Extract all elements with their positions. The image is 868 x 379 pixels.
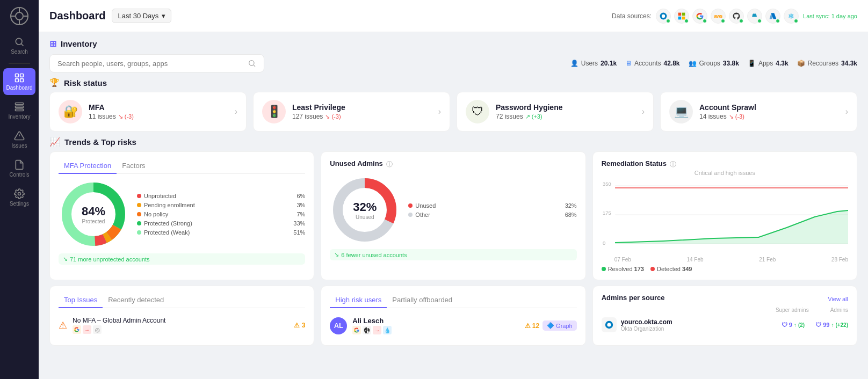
trophy-icon: 🏆	[49, 78, 60, 88]
header-left: Dashboard Last 30 Days ▾	[49, 9, 171, 23]
legend-other: Other 68%	[408, 212, 576, 218]
admin-info: yourco.okta.com Okta Organization	[621, 318, 777, 332]
azure-status-dot	[776, 19, 780, 23]
tab-high-risk[interactable]: High risk users	[330, 294, 387, 308]
mfa-footer: ↘ 71 more unprotected accounts	[59, 253, 305, 265]
users-stat: 👤 Users 20.1k	[570, 60, 617, 67]
logo-icon	[10, 6, 29, 26]
super-admin-count: 🛡 9 ↑ (2)	[782, 322, 805, 328]
inventory-section-header: ⊞ Inventory	[49, 39, 857, 49]
detected-dot	[650, 267, 655, 271]
issue-google-icon	[73, 325, 81, 334]
mfa-footer-text: 71 more unprotected accounts	[70, 256, 150, 263]
inventory-icon: ⊞	[49, 39, 56, 49]
snowflake-icon: ❄	[784, 9, 799, 24]
svg-rect-10	[16, 79, 19, 82]
issue-warn-small-icon: ⚠	[294, 322, 300, 329]
recourses-value: 34.3k	[841, 60, 857, 67]
issue-circle-icon: ◎	[93, 325, 102, 334]
admins-col-label: Admins	[830, 307, 848, 313]
svg-point-26	[249, 61, 254, 65]
admin-org-name: yourco.okta.com	[621, 318, 777, 326]
unused-pct: 32%	[353, 200, 377, 214]
risk-section-header: 🏆 Risk status	[49, 78, 857, 88]
github-status-dot	[739, 19, 743, 23]
sidebar-item-search[interactable]: Search	[3, 32, 35, 59]
mfa-risk-card[interactable]: 🔐 MFA 11 issues ↘ (-3) ›	[49, 92, 247, 132]
as-risk-card[interactable]: 💻 Account Sprawl 14 issues ↘ (-3) ›	[660, 92, 857, 132]
super-trend-up-icon: ↑	[794, 322, 797, 328]
header: Dashboard Last 30 Days ▾ Data sources:	[39, 0, 868, 32]
sidebar-item-controls[interactable]: Controls	[3, 155, 35, 182]
svg-rect-22	[678, 16, 682, 19]
tab-partially-offboarded[interactable]: Partially offboarded	[387, 294, 458, 308]
legend-no-policy: No policy 7%	[137, 211, 305, 217]
snowflake-status-dot	[794, 19, 798, 23]
as-sub: 14 issues ↘ (-3)	[699, 113, 839, 120]
issues-tabs: Top Issues Recently detected	[59, 294, 305, 308]
view-all-link[interactable]: View all	[828, 296, 848, 302]
graph-button[interactable]: 🔷 Graph	[542, 320, 577, 331]
sidebar-item-dashboard[interactable]: Dashboard	[3, 68, 35, 95]
inventory-row: 👤 Users 20.1k 🖥 Accounts 42.8k 👥 Groups …	[49, 54, 857, 72]
risk-cards: 🔐 MFA 11 issues ↘ (-3) › 🚦 Least Privile…	[49, 92, 857, 132]
admins-header: Admins per source View all	[602, 294, 848, 304]
remediation-legend: Resolved 173 Detected 349	[602, 266, 848, 272]
unused-admins-header: Unused Admins ⓘ	[330, 159, 576, 170]
mfa-label: Protected	[82, 218, 105, 224]
user-item: AL Ali Lesch → 💧	[330, 314, 576, 338]
as-title: Account Sprawl	[699, 103, 839, 112]
unused-admins-title: Unused Admins	[330, 159, 382, 167]
chevron-down-icon: ▾	[162, 12, 165, 20]
mfa-arrow-icon: ›	[235, 107, 237, 116]
lp-risk-card[interactable]: 🚦 Least Privilege 127 issues ↘ (-3) ›	[253, 92, 450, 132]
okta-status-dot	[666, 19, 670, 23]
issue-source-icons: → ◎	[73, 325, 288, 334]
unused-admins-card: Unused Admins ⓘ 32% Unused	[321, 151, 585, 280]
svg-rect-8	[16, 74, 19, 77]
issue-warn-icon: ⚠	[59, 319, 67, 331]
lp-arrow-icon: ›	[438, 107, 441, 116]
svg-rect-12	[16, 103, 24, 105]
user-source-icons: → 💧	[352, 326, 519, 334]
remediation-subtitle: Critical and high issues	[602, 170, 848, 176]
issue-info: No MFA – Global Admin Account → ◎	[73, 317, 288, 334]
pw-arrow-icon: ›	[642, 107, 645, 116]
protected-strong-dot	[137, 221, 141, 225]
svg-marker-42	[615, 210, 848, 244]
svg-line-27	[254, 65, 255, 67]
tab-mfa-protection[interactable]: MFA Protection	[59, 159, 117, 174]
issue-arrow-icon: →	[83, 325, 91, 334]
page-title: Dashboard	[49, 10, 105, 22]
search-input[interactable]	[57, 60, 243, 68]
time-filter-button[interactable]: Last 30 Days ▾	[112, 9, 171, 23]
svg-text:175: 175	[603, 210, 611, 216]
tab-factors[interactable]: Factors	[117, 159, 150, 174]
svg-text:0: 0	[603, 240, 605, 246]
groups-stat: 👥 Groups 33.8k	[689, 60, 739, 67]
recourses-stat: 📦 Recourses 34.3k	[797, 60, 857, 67]
unused-label: Unused	[353, 214, 377, 220]
pending-dot	[137, 203, 141, 207]
sidebar-item-settings[interactable]: Settings	[3, 184, 35, 211]
svg-text:350: 350	[603, 181, 611, 187]
pw-sub: 72 issues ↗ (+3)	[496, 113, 635, 120]
lp-title: Least Privilege	[292, 103, 432, 112]
svg-point-19	[662, 14, 665, 17]
legend-unprotected: Unprotected 6%	[137, 193, 305, 199]
svg-rect-11	[20, 79, 24, 82]
search-bar[interactable]	[49, 54, 264, 72]
tab-recently-detected[interactable]: Recently detected	[103, 294, 169, 308]
risk-section: 🏆 Risk status 🔐 MFA 11 issues ↘ (-3) ›	[49, 78, 857, 132]
user-github-icon	[363, 326, 371, 334]
svg-point-17	[18, 193, 21, 195]
pw-risk-card[interactable]: 🛡 Password Hygiene 72 issues ↗ (+3) ›	[457, 92, 654, 132]
graph-icon: 🔷	[547, 322, 554, 329]
sidebar-item-inventory[interactable]: Inventory	[3, 97, 35, 124]
info-icon: ⓘ	[386, 160, 393, 169]
tab-top-issues[interactable]: Top Issues	[59, 294, 103, 308]
sidebar-item-issues[interactable]: Issues	[3, 126, 35, 153]
groups-icon: 👥	[689, 60, 697, 67]
mfa-info: MFA 11 issues ↘ (-3)	[89, 103, 228, 120]
admin-count: 🛡 99 ↑ (+22)	[815, 322, 848, 328]
